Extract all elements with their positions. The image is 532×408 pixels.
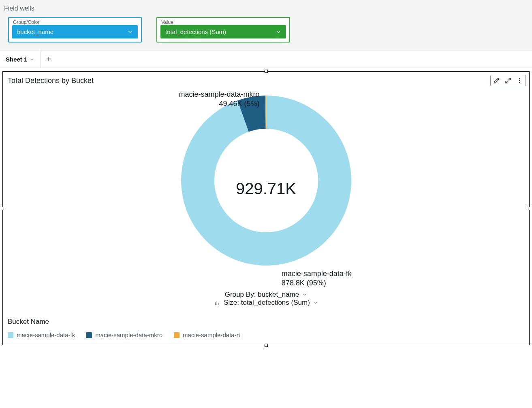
group-color-label: Group/Color (13, 19, 39, 25)
chevron-down-icon (276, 29, 281, 35)
legend-title: Bucket Name (8, 318, 524, 326)
chart-actions (490, 75, 526, 86)
chevron-down-icon (302, 292, 307, 297)
legend-swatch (8, 332, 13, 338)
svg-point-1 (519, 80, 520, 81)
size-label: Size: total_detections (Sum) (224, 299, 310, 307)
value-pill-text: total_detections (Sum) (165, 28, 226, 35)
resize-handle-bottom[interactable] (265, 344, 268, 347)
chart-canvas: Total Detections by Bucket 929.71K macie… (0, 68, 532, 357)
dots-vertical-icon (516, 77, 523, 84)
chevron-down-icon (30, 57, 34, 62)
field-wells-row: Group/Color bucket_name Value total_dete… (4, 17, 528, 42)
callout-mkro-stat: 49.46K (5%) (179, 99, 260, 108)
pencil-icon (494, 77, 500, 84)
legend-item[interactable]: macie-sample-data-mkro (86, 332, 162, 338)
group-color-well: Group/Color bucket_name (8, 17, 142, 42)
legend-item[interactable]: macie-sample-data-fk (8, 332, 75, 338)
chart-meta: Group By: bucket_name Size: total_detect… (8, 291, 524, 308)
value-pill[interactable]: total_detections (Sum) (160, 25, 286, 38)
sheet-tab[interactable]: Sheet 1 (0, 51, 41, 68)
chart-card[interactable]: Total Detections by Bucket 929.71K macie… (2, 71, 530, 345)
size-row[interactable]: Size: total_detections (Sum) (214, 299, 318, 307)
more-button[interactable] (516, 77, 523, 84)
resize-handle-top[interactable] (265, 70, 268, 73)
legend-label: macie-sample-data-rt (183, 332, 240, 338)
chevron-down-icon (313, 300, 318, 305)
donut-center-label: 929.71K (236, 180, 296, 198)
callout-mkro: macie-sample-data-mkro 49.46K (5%) (179, 90, 260, 108)
legend-row: macie-sample-data-fkmacie-sample-data-mk… (8, 332, 524, 338)
callout-mkro-name: macie-sample-data-mkro (179, 90, 260, 99)
resize-handle-right[interactable] (528, 207, 531, 210)
resize-handle-left[interactable] (1, 207, 4, 210)
group-color-pill[interactable]: bucket_name (12, 25, 138, 38)
field-wells-panel: Field wells Group/Color bucket_name Valu… (0, 0, 532, 51)
legend-label: macie-sample-data-fk (17, 332, 75, 338)
sheet-tab-label: Sheet 1 (6, 56, 27, 63)
chart-title: Total Detections by Bucket (8, 76, 524, 85)
legend-label: macie-sample-data-mkro (95, 332, 162, 338)
expand-button[interactable] (504, 77, 512, 84)
donut-chart: 929.71K macie-sample-data-mkro 49.46K (5… (8, 87, 524, 290)
expand-icon (505, 77, 511, 84)
group-by-label: Group By: bucket_name (225, 291, 299, 299)
sheet-bar: Sheet 1 + (0, 51, 532, 68)
callout-fk-stat: 878.8K (95%) (282, 278, 352, 288)
value-well: Value total_detections (Sum) (156, 17, 290, 42)
group-color-value: bucket_name (17, 28, 53, 35)
legend-swatch (86, 332, 92, 338)
svg-point-2 (519, 82, 520, 83)
legend-item[interactable]: macie-sample-data-rt (174, 332, 240, 338)
edit-button[interactable] (493, 77, 500, 84)
chevron-down-icon (127, 29, 133, 35)
callout-fk-name: macie-sample-data-fk (282, 269, 352, 278)
callout-fk: macie-sample-data-fk 878.8K (95%) (282, 269, 352, 287)
legend-swatch (174, 332, 179, 338)
value-label: Value (161, 19, 173, 25)
group-by-row[interactable]: Group By: bucket_name (225, 291, 307, 299)
field-wells-title: Field wells (4, 5, 528, 12)
add-sheet-button[interactable]: + (41, 55, 57, 64)
bar-chart-icon (214, 300, 220, 306)
svg-point-0 (519, 78, 520, 79)
